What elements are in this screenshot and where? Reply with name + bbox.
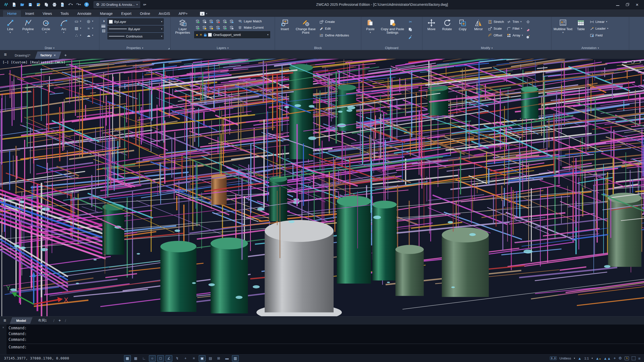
polyline-button[interactable]: Polyline▾ (20, 18, 36, 45)
offset-button[interactable]: Offset (487, 32, 505, 38)
layers-panel-label[interactable]: Layers▾ (171, 46, 275, 50)
linetype-select[interactable]: Continuous▾ (107, 33, 164, 39)
viewport-close-button[interactable]: × (639, 60, 641, 64)
trim-button[interactable]: Trim▾ (506, 19, 524, 25)
command-window[interactable]: × Command: Command: Command: Command: (0, 325, 644, 354)
block-create-button[interactable]: Create (319, 19, 350, 25)
status-toggle-object-track[interactable]: ∠ (166, 355, 172, 361)
menu-tab-annotate[interactable]: Annotate (73, 10, 96, 17)
undo-button[interactable]: ↶▾ (67, 1, 74, 8)
menu-tab-appplus[interactable]: APP+ (174, 10, 192, 17)
hatch-button[interactable]: ▨▾ (73, 25, 85, 31)
save-as-button[interactable] (35, 1, 42, 8)
layer-restore-state-icon[interactable] (223, 25, 227, 30)
menu-tab-home[interactable]: Home (3, 10, 21, 17)
status-toggle-selection-cycling[interactable]: ▣ (199, 355, 206, 361)
point-button[interactable]: ∴▾ (73, 32, 85, 38)
layer-properties-button[interactable]: Layer Properties (173, 18, 193, 45)
help-button[interactable]: ? (83, 1, 90, 8)
lineweight-icon[interactable] (101, 25, 105, 27)
layer-merge-icon[interactable] (229, 25, 234, 30)
clipboard-panel-label[interactable]: Clipboard (361, 46, 422, 50)
explode-button[interactable] (525, 19, 531, 25)
doc-tabs-menu-icon[interactable]: ≡ (4, 52, 7, 57)
status-toggle-properties-panel[interactable]: ▤ (207, 355, 214, 361)
layer-freeze-icon[interactable] (209, 19, 213, 23)
define-attributes-button[interactable]: Define Attributes (319, 32, 350, 38)
lineweight-select[interactable]: ByLayer▾ (107, 26, 164, 32)
qat-customize-button[interactable]: ≡▾ (141, 1, 148, 8)
line-button[interactable]: Line▾ (2, 18, 18, 45)
status-toggle-lineweight-toggle[interactable]: + (182, 355, 189, 361)
scale-button[interactable]: Scale (487, 25, 505, 32)
menu-tab-tools[interactable]: Tools (56, 10, 73, 17)
menu-tab-online[interactable]: Online (136, 10, 154, 17)
window-minimize-button[interactable] (616, 3, 619, 6)
unit-label[interactable]: Unitless (559, 356, 571, 360)
tab-factory[interactable]: factory × (35, 52, 61, 59)
spline-button[interactable]: ≈▾ (86, 25, 97, 31)
layer-color-swatch[interactable] (208, 33, 212, 37)
layer-turn-all-on-icon[interactable] (195, 25, 200, 30)
leader-button[interactable]: Leader▾ (589, 25, 609, 32)
modify-panel-label[interactable]: Modify▾ (422, 46, 551, 50)
fullscreen-icon[interactable] (632, 356, 635, 360)
donut-button[interactable]: ◎▾ (86, 18, 97, 24)
layer-freeze-icon[interactable]: ☀ (199, 33, 203, 37)
clean-button[interactable] (525, 34, 531, 40)
layer-thaw-all-icon[interactable] (209, 25, 213, 30)
status-toggle-dynamic-input[interactable]: ↯ (174, 355, 181, 361)
status-toggle-polar[interactable]: ○ (149, 355, 156, 361)
annotation-visibility-icon[interactable]: ▲● (595, 356, 600, 360)
layer-unlock-icon[interactable] (216, 25, 220, 30)
insert-block-button[interactable]: Insert (277, 18, 293, 45)
array-button[interactable]: Array▾ (506, 32, 524, 38)
properties-panel-label[interactable]: Properties▾ (99, 46, 170, 50)
multiline-text-button[interactable]: A Multiline Text▾ (553, 18, 573, 45)
field-button[interactable]: Field (589, 32, 609, 38)
layer-match-button[interactable]: Layer Match (237, 18, 264, 24)
tab-drawing1[interactable]: Drawing1* (11, 52, 34, 59)
block-panel-label[interactable]: Block (275, 46, 361, 50)
status-toggle-ui-customize[interactable]: ▥ (232, 355, 239, 361)
color-palette-icon[interactable]: ◑ (101, 19, 106, 24)
status-toggle-isolate-objects[interactable]: ▬ (224, 355, 230, 361)
tab-layout1[interactable]: 布局1 (33, 317, 52, 324)
factory-3d-model[interactable] (0, 59, 644, 316)
status-toggle-transparency[interactable]: ≡ (190, 355, 197, 361)
layer-on-icon[interactable] (195, 19, 200, 23)
erase-button[interactable] (525, 26, 531, 32)
open-file-button[interactable] (19, 1, 26, 8)
layer-bulb-icon[interactable] (202, 25, 207, 30)
menu-tab-arcgis[interactable]: ArcGIS (154, 10, 174, 17)
drawing-viewport[interactable]: [—] [Custom] [Realistic] [WCS] × Z Y X (0, 59, 644, 316)
cut-button[interactable]: ✂ (408, 19, 414, 25)
block-edit-button[interactable]: Edit (319, 25, 350, 32)
rectangle-button[interactable]: ▭▾ (73, 18, 85, 24)
command-close-icon[interactable]: × (2, 326, 4, 354)
command-input[interactable]: Command: (9, 344, 644, 351)
print-button[interactable] (51, 1, 58, 8)
status-toggle-object-snap[interactable]: □ (157, 355, 164, 361)
move-button[interactable]: Move (424, 18, 438, 45)
menu-tab-insert[interactable]: Insert (21, 10, 38, 17)
fillet-button[interactable]: Fillet▾ (506, 25, 524, 32)
status-menu-icon[interactable]: ≡ (638, 356, 640, 360)
stretch-button[interactable]: Stretch (487, 19, 505, 25)
mirror-button[interactable]: Mirror (471, 18, 486, 45)
change-base-point-button[interactable]: Change Base Point (294, 18, 317, 45)
properties-dialog-launcher[interactable] (168, 48, 170, 49)
linetype-icon[interactable]: ▤ (101, 28, 106, 33)
menu-tab-manage[interactable]: Manage (96, 10, 117, 17)
viewport-controls[interactable]: [—] [Custom] [Realistic] [WCS] (3, 60, 65, 64)
hardware-acceleration-icon[interactable]: ↯ (625, 356, 629, 360)
rotate-button[interactable]: Rotate (440, 18, 454, 45)
tab-close-icon[interactable]: × (54, 53, 56, 57)
new-file-button[interactable] (11, 1, 18, 8)
copy-document-button[interactable] (43, 1, 50, 8)
save-button[interactable] (27, 1, 34, 8)
arc-button[interactable]: Arc▾ (56, 18, 72, 45)
layer-off-icon[interactable] (202, 19, 207, 23)
ribbon-collapse-dropdown-icon[interactable]: ▾ (206, 13, 207, 15)
viewport-minimize-button[interactable] (624, 61, 627, 63)
